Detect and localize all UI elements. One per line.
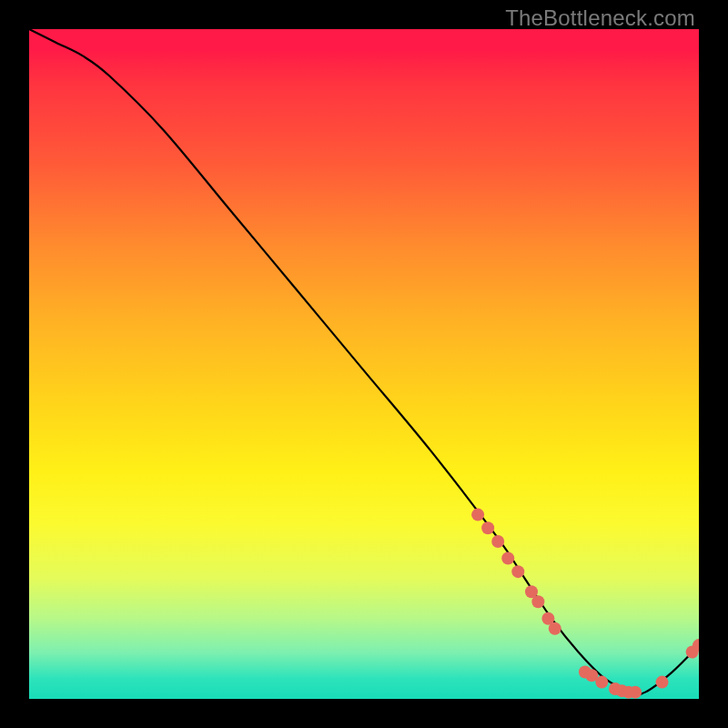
- data-point-marker: [491, 535, 504, 548]
- data-point-marker: [531, 595, 544, 608]
- data-point-marker: [629, 686, 642, 699]
- data-point-marker: [481, 521, 494, 534]
- watermark-text: TheBottleneck.com: [505, 5, 695, 31]
- bottleneck-curve: [29, 29, 699, 694]
- data-point-marker: [656, 676, 669, 689]
- data-point-marker: [549, 622, 561, 635]
- data-point-marker: [511, 565, 524, 578]
- data-point-marker: [501, 551, 514, 564]
- data-point-marker: [471, 509, 484, 521]
- chart-frame: TheBottleneck.com: [0, 0, 728, 728]
- plot-area: [29, 29, 699, 699]
- chart-svg: [29, 29, 699, 699]
- marker-group: [471, 509, 699, 699]
- data-point-marker: [595, 676, 608, 689]
